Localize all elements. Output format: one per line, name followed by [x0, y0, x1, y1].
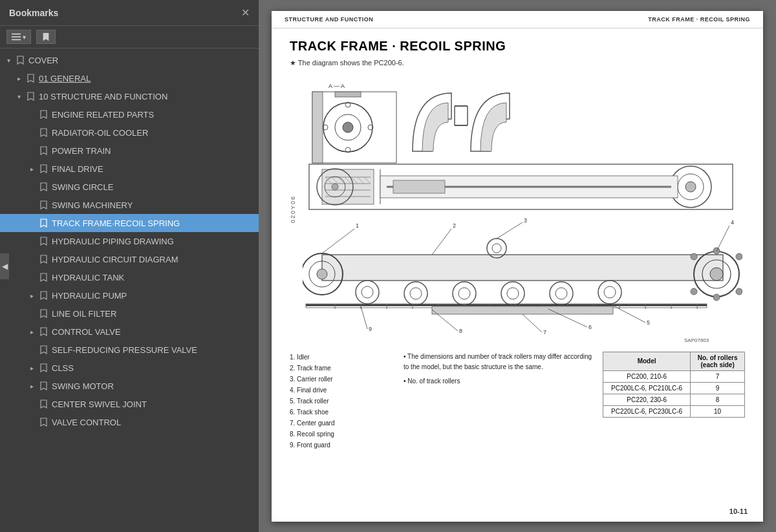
sidebar-item-structure[interactable]: ▾10 STRUCTURE AND FUNCTION	[0, 87, 259, 105]
svg-rect-85	[432, 306, 613, 314]
close-icon[interactable]: ✕	[241, 6, 250, 19]
sidebar-item-trackframe[interactable]: TRACK FRAME·RECOIL SPRING	[0, 214, 259, 232]
svg-line-98	[523, 314, 542, 332]
svg-rect-0	[12, 34, 21, 35]
bookmark-icon-engine	[38, 110, 48, 119]
svg-point-52	[598, 281, 621, 304]
svg-line-94	[610, 304, 645, 323]
bookmark-icon-swingmach	[38, 200, 48, 209]
diagram-area: 020Y06 A — A	[290, 74, 745, 345]
rollers-table: Model No. of rollers(each side) PC200, 2…	[603, 352, 745, 418]
sidebar-item-hydpiping[interactable]: HYDRAULIC PIPING DRAWING	[0, 232, 259, 250]
svg-line-86	[322, 229, 354, 253]
sidebar-label-hydpump: HYDRAULIC PUMP	[52, 291, 255, 301]
sidebar-item-engine[interactable]: ENGINE RELATED PARTS	[0, 105, 259, 123]
svg-line-88	[432, 229, 451, 255]
svg-rect-2	[12, 39, 21, 41]
arrow-controlvalve: ▸	[27, 328, 36, 335]
sidebar-item-hydtank[interactable]: HYDRAULIC TANK	[0, 268, 259, 286]
table-row: PC220, 230-68	[603, 394, 745, 405]
note-item: • The dimensions and number of track rol…	[404, 352, 592, 372]
svg-text:9: 9	[369, 326, 372, 332]
sidebar-item-hydcircuit[interactable]: HYDRAULIC CIRCUIT DIAGRAM	[0, 250, 259, 268]
svg-point-58	[317, 269, 327, 279]
bookmark-icon-swingmotor	[38, 381, 48, 390]
sidebar-item-clss[interactable]: ▸CLSS	[0, 359, 259, 377]
sidebar-item-powertrain[interactable]: POWER TRAIN	[0, 142, 259, 160]
notes-section: • The dimensions and number of track rol…	[404, 352, 592, 451]
sidebar-item-valvecontrol[interactable]: VALVE CONTROL	[0, 413, 259, 431]
sidebar-label-hydpiping: HYDRAULIC PIPING DRAWING	[52, 237, 255, 246]
arrow-clss: ▸	[27, 365, 36, 372]
svg-point-55	[492, 244, 501, 253]
sidebar-label-engine: ENGINE RELATED PARTS	[52, 110, 255, 120]
svg-text:5: 5	[647, 319, 650, 326]
sidebar-item-controlvalve[interactable]: ▸CONTROL VALVE	[0, 323, 259, 341]
svg-point-50	[550, 282, 573, 305]
table-row: PC200LC-6, PC210LC-69	[603, 382, 745, 394]
bookmark-icon-hydpump	[38, 291, 48, 300]
sidebar-label-swingmach: SWING MACHINERY	[52, 200, 255, 210]
sidebar-label-lineoil: LINE OIL FILTER	[52, 309, 255, 319]
sidebar-label-hydtank: HYDRAULIC TANK	[52, 273, 255, 282]
sidebar-item-selfred[interactable]: SELF-REDUCING PRESSURE VALVE	[0, 341, 259, 359]
svg-text:1: 1	[356, 222, 359, 229]
svg-text:4: 4	[731, 219, 734, 226]
arrow-structure: ▾	[14, 93, 23, 100]
sidebar-item-cover[interactable]: ▾COVER	[0, 51, 259, 69]
sidebar-item-radiator[interactable]: RADIATOR-OIL COOLER	[0, 123, 259, 142]
svg-text:6: 6	[588, 324, 592, 330]
bookmark-icon-swingcircle	[38, 182, 48, 191]
arrow-hydpump: ▸	[27, 292, 36, 299]
sidebar-scroll-area[interactable]: ▾COVER▸01 GENERAL▾10 STRUCTURE AND FUNCT…	[0, 48, 259, 532]
sidebar-label-centerswivel: CENTER SWIVEL JOINT	[52, 399, 255, 409]
legend-item: 2. Track frame	[290, 363, 393, 374]
svg-text:7: 7	[543, 329, 546, 335]
toolbar-menu-button[interactable]: ▾	[6, 30, 31, 44]
bookmark-icon-finaldrive	[38, 164, 48, 173]
bookmark-icon-selfred	[38, 345, 48, 354]
header-right: TRACK FRAME · RECOIL SPRING	[648, 16, 750, 23]
table-row: PC220LC-6, PC230LC-610	[603, 405, 745, 417]
sidebar-item-swingmach[interactable]: SWING MACHINERY	[0, 196, 259, 214]
top-diagrams-svg: A — A	[303, 74, 742, 216]
table-section: Model No. of rollers(each side) PC200, 2…	[603, 352, 745, 451]
bookmark-icon-trackframe	[38, 218, 48, 228]
legend-item: 9. Front guard	[290, 440, 393, 451]
sidebar-item-general[interactable]: ▸01 GENERAL	[0, 69, 259, 87]
svg-text:8: 8	[459, 328, 462, 334]
bookmark-icon-cover	[15, 56, 25, 65]
svg-point-66	[736, 253, 742, 260]
svg-point-61	[710, 268, 723, 281]
sidebar-label-powertrain: POWER TRAIN	[52, 146, 255, 156]
svg-point-33	[685, 182, 696, 192]
toolbar-bookmark-button[interactable]	[36, 30, 56, 44]
bookmark-icon-clss	[38, 363, 48, 372]
svg-point-45	[410, 288, 422, 299]
sidebar-item-lineoil[interactable]: LINE OIL FILTER	[0, 304, 259, 323]
sidebar-item-swingmotor[interactable]: ▸SWING MOTOR	[0, 377, 259, 395]
legend-list: 1. Idler2. Track frame3. Carrier roller4…	[290, 352, 393, 451]
bookmark-icon-valvecontrol	[38, 418, 48, 427]
sidebar-label-swingmotor: SWING MOTOR	[52, 381, 255, 391]
sidebar-item-hydpump[interactable]: ▸HYDRAULIC PUMP	[0, 286, 259, 304]
svg-point-67	[736, 288, 742, 295]
table-cell: 7	[691, 370, 745, 382]
arrow-general: ▸	[14, 75, 23, 82]
sidebar-collapse-handle[interactable]: ◀	[0, 253, 9, 279]
sidebar-item-swingcircle[interactable]: SWING CIRCLE	[0, 178, 259, 196]
bookmark-icon-powertrain	[38, 146, 48, 155]
bookmark-icon-centerswivel	[38, 399, 48, 409]
svg-point-63	[713, 294, 720, 301]
sidebar-label-radiator: RADIATOR-OIL COOLER	[52, 128, 255, 138]
svg-point-53	[604, 286, 616, 298]
sidebar-label-clss: CLSS	[52, 363, 255, 373]
svg-point-64	[691, 253, 697, 260]
sidebar-label-selfred: SELF-REDUCING PRESSURE VALVE	[52, 345, 255, 355]
svg-point-40	[332, 184, 338, 190]
sidebar-item-centerswivel[interactable]: CENTER SWIVEL JOINT	[0, 395, 259, 413]
svg-point-48	[501, 282, 524, 305]
sidebar-label-hydcircuit: HYDRAULIC CIRCUIT DIAGRAM	[52, 255, 255, 264]
table-header-model: Model	[603, 352, 691, 370]
sidebar-item-finaldrive[interactable]: ▸FINAL DRIVE	[0, 160, 259, 178]
